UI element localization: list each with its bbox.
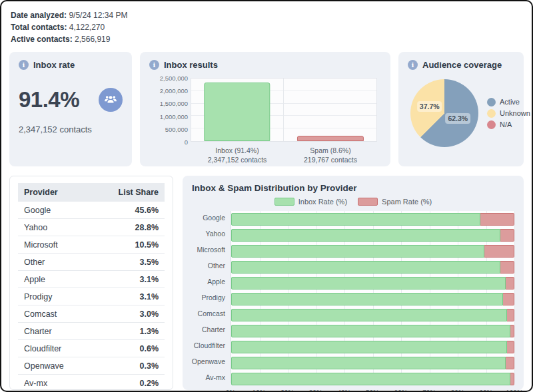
total-contacts-line: Total contacts: 4,122,270 — [11, 21, 524, 33]
inbox-legend-swatch — [274, 198, 294, 206]
x-axis-tick-label: 40% — [337, 389, 350, 392]
inbox-results-chart: 0500,0001,000,0001,500,0002,000,0002,500… — [149, 77, 381, 160]
audience-coverage-title: Audience coverage — [422, 60, 502, 70]
list-share-cell: 1.3% — [91, 323, 165, 340]
list-share-cell: 0.3% — [91, 357, 165, 375]
provider-axis-label: Microsoft — [192, 243, 231, 256]
info-icon[interactable]: i — [19, 60, 29, 70]
table-row: Apple3.1% — [18, 271, 165, 288]
inbox-rate-value: 91.4% — [19, 87, 79, 112]
pie-slice-label: 62.3% — [445, 113, 470, 124]
provider-name-cell: Comcast — [18, 305, 91, 323]
list-share-cell: 3.0% — [91, 305, 165, 323]
list-share-cell: 28.8% — [91, 219, 165, 236]
list-share-cell: 3.1% — [91, 288, 165, 305]
stacked-bar-row — [231, 213, 514, 226]
table-row: Charter1.3% — [18, 323, 165, 340]
list-share-column-header: List Share — [91, 183, 165, 202]
x-axis: 0%10%20%30%40%50%60%70%80%90%100% — [231, 389, 514, 392]
legend-item: Spam Rate (%) — [358, 198, 432, 206]
inbox-spam-distribution-card: Inbox & Spam Distribution by Provider In… — [183, 176, 524, 390]
inbox-rate-segment — [231, 357, 506, 369]
table-row: Prodigy3.1% — [18, 288, 165, 305]
inbox-rate-contacts: 2,347,152 contacts — [19, 124, 123, 134]
spam-rate-segment — [503, 293, 514, 305]
table-row: Cloudfilter0.6% — [18, 340, 165, 357]
date-analyzed-value: 9/5/24 12:34 PM — [69, 11, 127, 20]
x-axis-tick-label: 20% — [280, 389, 294, 392]
table-row: Comcast3.0% — [18, 305, 165, 323]
total-contacts-label: Total contacts: — [11, 23, 67, 32]
y-axis-tick-label: 2,000,000 — [160, 87, 188, 95]
table-row: Yahoo28.8% — [18, 219, 165, 236]
spam-bar — [296, 136, 363, 141]
x-axis-tick-label: 10% — [253, 389, 266, 392]
kpi-cards-row: i Inbox rate 91.4% 2,347,152 contacts — [9, 52, 524, 166]
inbox-rate-title: Inbox rate — [33, 60, 75, 70]
list-share-cell: 0.2% — [91, 375, 165, 392]
stacked-bar-row — [231, 293, 514, 305]
provider-axis-label: Charter — [192, 323, 231, 335]
inbox-rate-segment — [231, 229, 500, 242]
provider-axis-label: Apple — [192, 275, 231, 288]
provider-name-cell: Av-mx — [18, 375, 91, 392]
provider-name-cell: Yahoo — [18, 219, 91, 236]
legend-label: Active — [500, 98, 520, 106]
x-axis-tick-label: 60% — [394, 389, 408, 392]
provider-axis-label: Google — [192, 211, 231, 224]
legend-label: Spam Rate (%) — [382, 198, 432, 206]
provider-axis-label: Cloudfilter — [192, 339, 231, 351]
date-analyzed-line: Date analyzed: 9/5/24 12:34 PM — [11, 9, 524, 21]
info-icon[interactable]: i — [149, 60, 159, 70]
spam-rate-segment — [506, 277, 514, 290]
provider-name-cell: Prodigy — [18, 288, 91, 305]
total-contacts-value: 4,122,270 — [69, 23, 105, 32]
provider-name-cell: Microsoft — [18, 236, 91, 254]
table-row: Microsoft10.5% — [18, 236, 165, 254]
provider-axis-label: Prodigy — [192, 291, 231, 303]
y-axis-tick-label: 0 — [185, 138, 188, 146]
y-axis-tick-label: 2,500,000 — [160, 75, 188, 82]
provider-name-cell: Openwave — [18, 357, 91, 375]
x-axis-tick-label: 0% — [226, 389, 235, 392]
stacked-bar-row — [231, 277, 514, 290]
y-axis-tick-label: 500,000 — [165, 125, 188, 132]
legend-label: N/A — [500, 120, 512, 128]
spam-rate-segment — [500, 261, 514, 274]
provider-axis-label: Comcast — [192, 307, 231, 319]
inbox-rate-segment — [231, 261, 500, 274]
legend-item: N/A — [487, 120, 530, 129]
inbox-rate-segment — [231, 213, 480, 226]
list-share-cell: 3.5% — [91, 254, 165, 271]
table-row: Av-mx0.2% — [18, 375, 165, 392]
bar-slot — [284, 79, 376, 141]
inbox-results-title: Inbox results — [164, 60, 218, 70]
legend-item: Unknown — [487, 109, 530, 118]
bar-category-label: Spam (8.6%)219,767 contacts — [284, 146, 377, 164]
provider-table: Provider List Share Google45.6%Yahoo28.8… — [18, 183, 165, 391]
stacked-bar-row — [231, 341, 514, 353]
inbox-rate-segment — [231, 277, 506, 290]
table-row: Google45.6% — [18, 202, 165, 219]
spam-rate-segment — [500, 229, 514, 242]
provider-column-header: Provider — [18, 183, 91, 202]
provider-table-card: Provider List Share Google45.6%Yahoo28.8… — [9, 176, 173, 390]
inbox-rate-segment — [231, 341, 507, 353]
active-contacts-value: 2,566,919 — [75, 35, 110, 44]
inbox-rate-segment — [231, 373, 510, 385]
info-icon[interactable]: i — [408, 60, 418, 70]
active-contacts-label: Active contacts: — [11, 35, 73, 44]
list-share-cell: 0.6% — [91, 340, 165, 357]
spam-rate-segment — [507, 341, 514, 353]
list-share-cell: 45.6% — [91, 202, 165, 219]
x-axis-tick-label: 50% — [366, 389, 379, 392]
inbox-results-plot — [191, 78, 377, 142]
audience-coverage-card: i Audience coverage 62.3%37.7% ActiveUnk… — [398, 52, 524, 166]
summary-block: Date analyzed: 9/5/24 12:34 PM Total con… — [11, 9, 524, 45]
inbox-spam-plot — [231, 211, 514, 383]
spam-legend-swatch — [358, 198, 378, 206]
pie-legend: ActiveUnknownN/A — [487, 95, 530, 132]
pie-slice-label: 37.7% — [417, 101, 442, 112]
inbox-rate-segment — [231, 309, 507, 321]
provider-axis-label: Openwave — [192, 355, 231, 367]
